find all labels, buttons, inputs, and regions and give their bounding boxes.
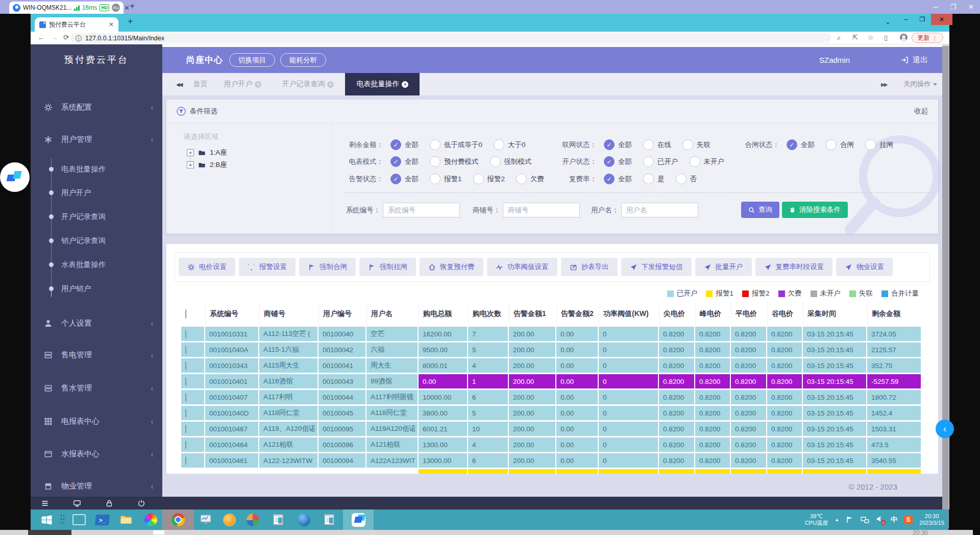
tabs-scroll-right-icon[interactable]: ▶▶ xyxy=(881,82,887,87)
toolbar-button-2[interactable]: 强制合闸 xyxy=(299,258,356,276)
toolbar-button-10[interactable]: 物业设置 xyxy=(836,258,893,276)
row-checkbox[interactable] xyxy=(185,346,186,354)
tab-close-icon[interactable]: ✕ xyxy=(402,81,408,88)
page-tab-0[interactable]: 首页 xyxy=(193,73,207,95)
tools-ball-icon[interactable] xyxy=(292,509,315,530)
row-checkbox[interactable] xyxy=(185,361,186,370)
row-checkbox[interactable] xyxy=(185,409,186,418)
address-bar[interactable]: i 127.0.0.1:10315/Main/Index xyxy=(70,33,831,43)
expand-icon[interactable]: + xyxy=(187,161,194,168)
radio-option[interactable]: 已开户 xyxy=(643,156,678,167)
tree-node-0[interactable]: +1:A座 xyxy=(187,148,227,157)
flag-icon[interactable] xyxy=(846,516,854,524)
radio-option[interactable]: 未开户 xyxy=(690,156,725,167)
radio-option[interactable]: 在线 xyxy=(643,139,671,150)
radio-option[interactable]: ✓全部 xyxy=(390,174,419,184)
row-checkbox[interactable] xyxy=(185,330,186,338)
rd-minimize-button[interactable]: ─ xyxy=(933,3,938,11)
reload-icon[interactable]: ⟳ xyxy=(63,33,69,41)
switch-project-button[interactable]: 切换项目 xyxy=(229,53,275,67)
tab-close-icon[interactable]: ✕ xyxy=(327,81,334,88)
table-row[interactable]: 0010010461A122-123WITW00100094A122A123WI… xyxy=(181,453,921,468)
sidebar-item-1[interactable]: 用户管理‹ xyxy=(31,133,162,146)
scroll-thumb[interactable] xyxy=(153,530,164,534)
column-header[interactable]: 剩余金额 xyxy=(867,303,921,325)
radio-option[interactable]: 报警1 xyxy=(430,174,462,184)
toolbar-button-5[interactable]: 功率阀值设置 xyxy=(487,258,557,276)
color-wheel-icon[interactable] xyxy=(139,509,162,530)
browser-close-button[interactable]: ✕ xyxy=(931,14,952,25)
collapse-sidebar-ball[interactable]: ‹ xyxy=(936,420,954,438)
radio-option[interactable]: 报警2 xyxy=(473,174,505,184)
radio-option[interactable]: 大于0 xyxy=(494,139,526,150)
sidebar-item-6[interactable]: 水报表中心‹ xyxy=(31,447,162,460)
toolbar-button-3[interactable]: 强制拉闸 xyxy=(359,258,416,276)
remote-session-tab[interactable]: WIN-OQMSK21... 16ms HD RU ✕ xyxy=(9,2,124,14)
tab-close-icon[interactable]: ✕ xyxy=(109,21,114,28)
todesk-icon[interactable] xyxy=(343,509,374,530)
browser-tab[interactable]: 预付费云平台 ✕ xyxy=(35,17,118,32)
radio-option[interactable]: 欠费 xyxy=(516,174,544,184)
tab-close-icon[interactable]: ✕ xyxy=(255,81,261,88)
page-tab-3[interactable]: 电表批量操作✕ xyxy=(345,73,420,95)
new-session-button[interactable]: + xyxy=(130,1,135,11)
lock-button[interactable] xyxy=(105,499,113,507)
column-header[interactable]: 平电价 xyxy=(731,303,766,325)
column-header[interactable]: 商铺号 xyxy=(259,303,317,325)
sidebar-item-4[interactable]: 售水管理‹ xyxy=(31,381,162,395)
toolbar-button-7[interactable]: 下发报警短信 xyxy=(621,258,692,276)
tabs-scroll-left-icon[interactable]: ◀◀ xyxy=(176,82,182,87)
column-header[interactable]: 用户编号 xyxy=(318,303,365,325)
bookmark-star-icon[interactable]: ☆ xyxy=(868,34,874,41)
table-row[interactable]: 0010010407A117利明00100044A117利明眼镜10000.00… xyxy=(181,390,921,404)
powershell-icon[interactable]: >_ xyxy=(91,509,113,530)
radio-option[interactable]: 强制模式 xyxy=(490,156,532,167)
row-checkbox[interactable] xyxy=(185,393,186,402)
row-checkbox[interactable] xyxy=(185,377,186,386)
column-header[interactable]: 采集时间 xyxy=(803,303,866,325)
gear-ball-icon[interactable] xyxy=(217,509,241,530)
energy-analysis-button[interactable]: 能耗分析 xyxy=(280,53,326,67)
table-row[interactable]: 001001040DA118同仁堂00100045A118同仁堂3800.005… xyxy=(181,406,921,420)
sidebar-item-2[interactable]: 个人设置‹ xyxy=(31,317,162,330)
select-all-checkbox[interactable] xyxy=(185,309,186,319)
side-panel-icon[interactable]: ▯ xyxy=(884,34,888,41)
radio-option[interactable]: 预付费模式 xyxy=(430,156,479,167)
remote-control-floating-ball[interactable] xyxy=(0,162,30,192)
toolbar-button-4[interactable]: 恢复预付费 xyxy=(420,258,483,276)
radio-option[interactable]: 低于或等于0 xyxy=(430,139,482,150)
scroll-left-button[interactable] xyxy=(28,530,71,535)
close-operations-dropdown[interactable]: 关闭操作 xyxy=(903,80,937,89)
toolbar-button-6[interactable]: 抄表导出 xyxy=(561,258,618,276)
radio-option[interactable]: ✓全部 xyxy=(390,156,419,167)
page-tab-2[interactable]: 开户记录查询✕ xyxy=(282,73,334,95)
rd-restore-button[interactable]: ❐ xyxy=(950,3,956,11)
column-header[interactable]: 谷电价 xyxy=(767,303,802,325)
table-row[interactable]: 0010010343A115周大生00100041周大生8000.014200.… xyxy=(181,358,921,373)
table-row[interactable]: 0010010331A112-113空芒 (00100040空芒16200.00… xyxy=(181,327,921,341)
monitor-app-icon[interactable] xyxy=(194,509,217,530)
column-header[interactable]: 购电次数 xyxy=(468,303,508,325)
site-info-icon[interactable]: i xyxy=(76,35,82,41)
row-checkbox[interactable] xyxy=(185,441,186,449)
toolbar-button-1[interactable]: 报警设置 xyxy=(239,258,296,276)
update-button[interactable]: 更新⋮ xyxy=(912,33,943,43)
logout-button[interactable]: 退出 xyxy=(901,55,928,65)
column-header[interactable]: 购电总额 xyxy=(419,303,467,325)
chrome-active-icon[interactable] xyxy=(162,509,194,530)
start-button[interactable] xyxy=(35,509,58,530)
radio-option[interactable]: ✓全部 xyxy=(604,174,632,184)
monitor-button[interactable] xyxy=(73,499,81,507)
toolbar-button-9[interactable]: 复费率时段设置 xyxy=(755,258,833,276)
row-checkbox[interactable] xyxy=(185,425,186,433)
ime-indicator[interactable]: 中 xyxy=(891,515,897,524)
radio-option[interactable]: ✓全部 xyxy=(390,139,419,150)
radio-option[interactable]: ✓全部 xyxy=(787,139,815,150)
new-tab-button[interactable]: + xyxy=(128,16,133,27)
radio-option[interactable]: ✓全部 xyxy=(604,139,632,150)
search-button[interactable]: 查询 xyxy=(741,202,779,218)
file-explorer-icon[interactable] xyxy=(113,509,139,530)
browser-restore-button[interactable]: ❐ xyxy=(915,14,930,25)
table-row[interactable]: 0010010401A116酒馆0010004399酒馆0.001200.000… xyxy=(181,374,921,388)
column-header[interactable]: 功率阀值(KW) xyxy=(599,303,658,325)
